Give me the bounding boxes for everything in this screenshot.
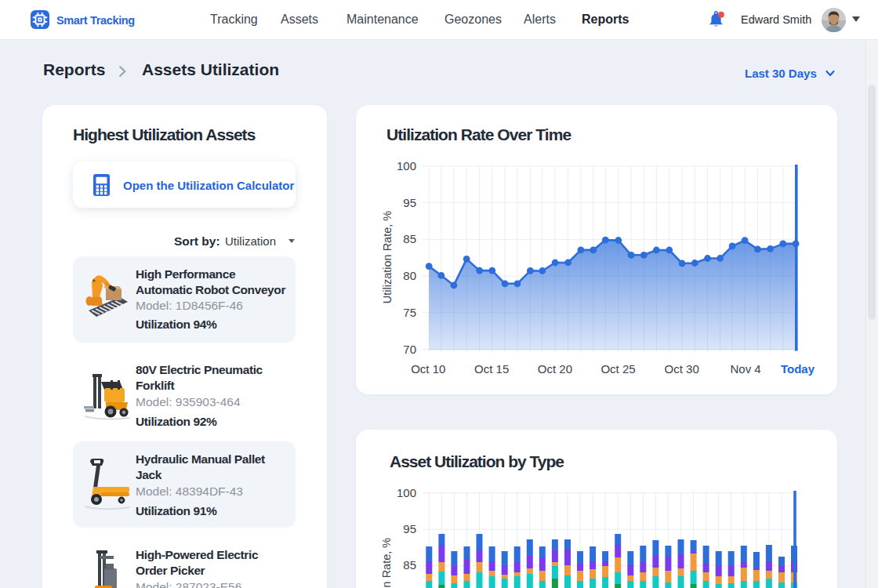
svg-text:Utilization Rate, %: Utilization Rate, % <box>381 211 394 304</box>
svg-text:100: 100 <box>397 486 416 499</box>
svg-text:85: 85 <box>403 232 416 245</box>
svg-text:Utilization Rate, %: Utilization Rate, % <box>380 538 393 588</box>
svg-text:Oct 15: Oct 15 <box>474 362 509 376</box>
svg-text:Oct 25: Oct 25 <box>600 362 635 376</box>
svg-text:Today: Today <box>781 362 815 376</box>
svg-text:100: 100 <box>397 159 416 172</box>
svg-text:Oct 10: Oct 10 <box>411 362 445 376</box>
svg-text:95: 95 <box>403 196 416 209</box>
svg-text:Oct 30: Oct 30 <box>665 362 699 376</box>
svg-text:70: 70 <box>403 343 416 356</box>
svg-text:80: 80 <box>403 269 416 282</box>
svg-text:Nov 4: Nov 4 <box>731 362 761 376</box>
svg-text:95: 95 <box>403 522 416 535</box>
svg-text:Oct 20: Oct 20 <box>538 362 572 376</box>
svg-text:75: 75 <box>403 306 416 319</box>
svg-text:85: 85 <box>403 558 416 572</box>
